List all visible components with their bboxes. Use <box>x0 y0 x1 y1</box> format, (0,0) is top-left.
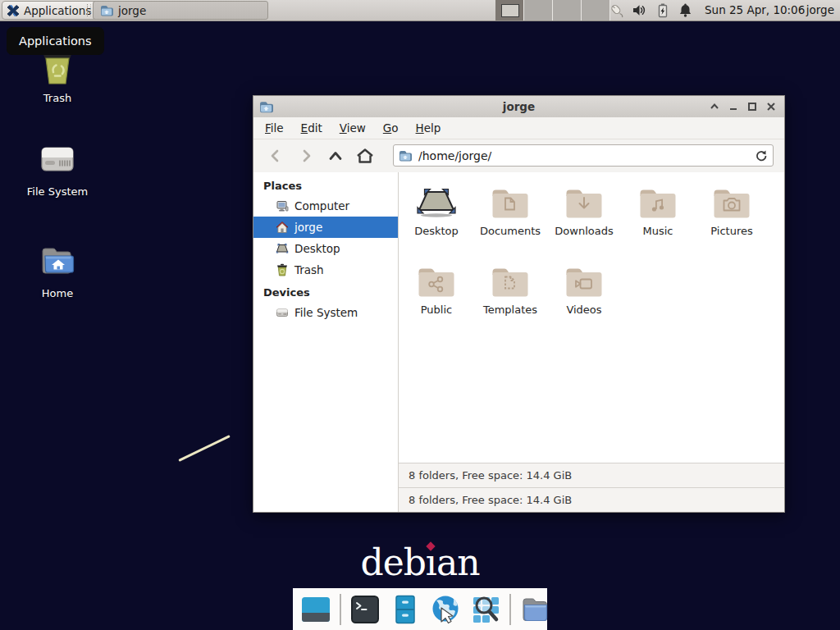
terminal-launcher[interactable] <box>349 593 381 626</box>
window-title: jorge <box>253 100 784 113</box>
folder-item-label: Music <box>621 225 695 237</box>
drive-small-icon <box>276 306 289 319</box>
taskbar-window-label: jorge <box>118 4 146 17</box>
status-bar: 8 folders, Free space: 14.4 GiB <box>399 463 784 487</box>
workspace-2[interactable] <box>524 0 553 21</box>
desktop-icon-file-system[interactable]: File System <box>16 139 98 198</box>
menu-go[interactable]: Go <box>383 121 399 135</box>
sidebar-item-trash[interactable]: Trash <box>253 259 398 281</box>
sidebar-item-label: jorge <box>294 221 322 234</box>
computer-icon <box>276 199 289 212</box>
videos-folder-icon <box>564 265 604 298</box>
applications-menu-label: Applications <box>24 4 91 17</box>
folder-item-music[interactable]: Music <box>621 180 695 255</box>
desktop-icon-label: File System <box>16 185 98 198</box>
workspace-window-thumb <box>501 4 519 17</box>
templates-folder-icon <box>491 265 530 298</box>
file-manager-launcher[interactable] <box>389 593 422 626</box>
battery-icon[interactable] <box>655 2 670 18</box>
folder-item-label: Public <box>399 304 473 316</box>
folder-item-downloads[interactable]: Downloads <box>547 180 621 255</box>
dock-separator <box>509 594 511 625</box>
folder-item-templates[interactable]: Templates <box>473 258 547 334</box>
folder-item-label: Desktop <box>399 225 473 237</box>
directory-menu-button[interactable] <box>518 593 551 626</box>
up-button[interactable] <box>325 145 346 167</box>
menu-view[interactable]: View <box>340 121 366 135</box>
applications-menu-button[interactable]: Applications <box>2 1 98 20</box>
desktop-icon-home[interactable]: Home <box>16 241 98 299</box>
folder-item-label: Pictures <box>695 225 769 237</box>
hard-drive-icon <box>38 139 77 179</box>
sidebar-item-jorge[interactable]: jorge <box>253 217 398 238</box>
home-button[interactable] <box>354 145 376 167</box>
folder-item-label: Documents <box>473 225 547 237</box>
public-folder-icon <box>417 265 456 298</box>
documents-folder-icon <box>491 186 530 219</box>
path-folder-icon <box>399 150 412 162</box>
menu-bar: File Edit View Go Help <box>253 117 784 139</box>
volume-icon[interactable] <box>632 2 647 18</box>
back-button[interactable] <box>265 145 286 167</box>
menu-edit[interactable]: Edit <box>301 121 322 135</box>
sidebar-item-desktop[interactable]: Desktop <box>253 238 398 259</box>
downloads-folder-icon <box>564 186 604 219</box>
sidebar-item-file-system[interactable]: File System <box>253 302 398 323</box>
desktop-icon-label: Trash <box>16 92 98 104</box>
reload-icon[interactable] <box>755 149 768 162</box>
panel-clock[interactable]: Sun 25 Apr, 10:06 <box>705 0 805 21</box>
system-tray <box>609 0 693 21</box>
folder-item-videos[interactable]: Videos <box>547 258 621 334</box>
minimize-button[interactable] <box>728 101 739 112</box>
window-titlebar[interactable]: jorge <box>253 96 784 118</box>
folder-item-pictures[interactable]: Pictures <box>695 180 769 255</box>
dock <box>293 588 547 630</box>
panel-session-user[interactable]: jorge <box>806 0 834 21</box>
devices-header: Devices <box>263 284 310 302</box>
application-finder-launcher[interactable] <box>469 593 502 626</box>
maximize-button[interactable] <box>746 101 758 112</box>
folder-item-desktop[interactable]: Desktop <box>399 180 473 255</box>
menu-help[interactable]: Help <box>416 121 441 135</box>
folder-icon <box>100 5 113 16</box>
show-desktop-button[interactable] <box>299 593 332 626</box>
folder-view: Desktop Documents <box>399 172 784 487</box>
menu-file[interactable]: File <box>265 121 284 135</box>
mouse-settings-icon[interactable] <box>609 2 624 18</box>
taskbar-window-button[interactable]: jorge <box>93 1 268 20</box>
folder-item-label: Videos <box>547 304 621 316</box>
sidebar-item-label: File System <box>294 306 358 319</box>
desktop-icon-label: Home <box>16 287 98 299</box>
sidebar-item-label: Desktop <box>294 242 340 255</box>
folder-item-documents[interactable]: Documents <box>473 180 547 255</box>
sidebar-item-label: Computer <box>294 199 349 212</box>
close-button[interactable] <box>765 101 777 112</box>
path-input[interactable] <box>417 148 755 163</box>
workspace-3[interactable] <box>553 0 582 21</box>
notifications-bell-icon[interactable] <box>678 2 693 18</box>
status-bar: 8 folders, Free space: 14.4 GiB <box>399 487 784 512</box>
workspace-switcher[interactable] <box>495 0 610 21</box>
user-home-icon <box>276 221 289 234</box>
path-bar[interactable] <box>393 144 774 167</box>
workspace-1[interactable] <box>495 0 524 21</box>
forward-button[interactable] <box>295 145 317 167</box>
pictures-folder-icon <box>712 186 751 219</box>
folder-item-label: Downloads <box>547 225 621 237</box>
music-folder-icon <box>638 186 678 219</box>
trash-small-icon <box>276 263 289 276</box>
window-body: Places Computer jorge <box>253 172 784 512</box>
workspace-4[interactable] <box>582 0 610 21</box>
xfce-logo-icon <box>7 4 20 17</box>
shade-button[interactable] <box>709 101 720 112</box>
logo-text-i: ı <box>426 541 436 583</box>
web-browser-launcher[interactable] <box>429 593 462 626</box>
file-manager-window: jorge File Edit View Go Help <box>253 95 785 513</box>
panel-grip[interactable] <box>87 4 91 16</box>
debian-logo: debıan <box>0 541 840 583</box>
places-header: Places <box>263 177 302 195</box>
top-panel: Applications jorge <box>0 0 840 21</box>
desktop-line-artifact <box>178 435 230 462</box>
sidebar-item-computer[interactable]: Computer <box>253 195 398 217</box>
folder-item-public[interactable]: Public <box>399 258 473 334</box>
